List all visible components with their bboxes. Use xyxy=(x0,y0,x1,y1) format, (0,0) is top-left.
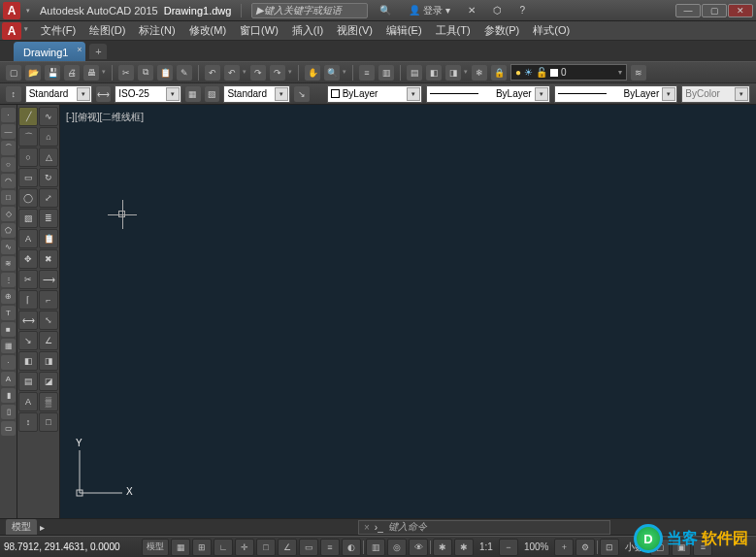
layer-iso-icon[interactable]: ◧ xyxy=(426,65,442,81)
props-tool-icon[interactable]: ▒ xyxy=(39,392,58,411)
zoom-flyout-icon[interactable]: 🔍 xyxy=(324,65,340,81)
fillet-tool-icon[interactable]: ⌈ xyxy=(18,290,38,310)
textstyle-combo[interactable]: Standard▾ xyxy=(223,85,290,103)
anno2-icon[interactable]: ✱ xyxy=(454,539,474,556)
strip-tool-10[interactable]: ≋ xyxy=(1,256,16,271)
menu-draw[interactable]: 绘图(D) xyxy=(83,21,131,40)
save-icon[interactable]: 💾 xyxy=(45,65,60,81)
strip-tool-20[interactable]: ▭ xyxy=(1,421,16,436)
layer-prop-icon[interactable]: ≡ xyxy=(359,65,375,81)
model-space-toggle[interactable]: 模型 xyxy=(142,539,169,556)
minimize-button[interactable]: — xyxy=(675,4,701,17)
cut-icon[interactable]: ✂ xyxy=(118,65,134,81)
layer-tool-icon[interactable]: ▤ xyxy=(18,372,38,391)
lwt-toggle-icon[interactable]: ≡ xyxy=(320,539,340,556)
zoom-up-icon[interactable]: + xyxy=(554,539,574,556)
cell-icon[interactable]: ▧ xyxy=(205,86,220,102)
strip-tool-3[interactable]: ⌒ xyxy=(1,141,16,155)
document-tab-active[interactable]: Drawing1 × xyxy=(14,42,85,61)
strip-tool-14[interactable]: ■ xyxy=(1,322,16,337)
strip-tool-18[interactable]: ▮ xyxy=(1,388,16,403)
workspace-switch-icon[interactable]: ⚙ xyxy=(575,539,595,556)
units-readout[interactable]: 小数 xyxy=(621,541,648,554)
block-tool-icon[interactable]: ◧ xyxy=(18,351,38,371)
print-flyout-icon[interactable]: 🖶 xyxy=(83,65,99,81)
undo-flyout-icon[interactable]: ↶ xyxy=(224,65,240,81)
osnap-toggle-icon[interactable]: □ xyxy=(256,539,276,556)
strip-tool-13[interactable]: T xyxy=(1,306,16,320)
dim-radius-icon[interactable]: ↘ xyxy=(18,331,38,350)
anno-icon[interactable]: ✱ xyxy=(433,539,452,556)
help-icon[interactable]: ? xyxy=(513,3,531,18)
command-line-input[interactable]: × ›_ 键入命令 xyxy=(358,520,610,535)
pan-icon[interactable]: ✋ xyxy=(305,65,320,81)
chamfer-tool-icon[interactable]: ⌐ xyxy=(39,290,58,310)
app-logo-icon[interactable]: A xyxy=(3,2,20,19)
strip-tool-9[interactable]: ∿ xyxy=(1,240,16,254)
move-tool-icon[interactable]: ✥ xyxy=(18,249,38,269)
close-tab-icon[interactable]: × xyxy=(77,45,82,54)
polyline-tool-icon[interactable]: ∿ xyxy=(39,107,58,126)
table-icon[interactable]: ▦ xyxy=(185,86,201,102)
strip-tool-16[interactable]: · xyxy=(1,355,16,370)
layer-match-icon[interactable]: ≋ xyxy=(631,65,646,81)
units-icon[interactable]: ⊡ xyxy=(600,539,619,556)
color-combo[interactable]: ByLayer▾ xyxy=(327,85,422,103)
dim-linear-icon[interactable]: ⟷ xyxy=(18,311,38,330)
strip-tool-1[interactable]: · xyxy=(1,108,16,122)
layer-lock-icon[interactable]: 🔒 xyxy=(491,65,507,81)
strip-tool-5[interactable]: ◠ xyxy=(1,174,16,188)
tray-icon[interactable]: ▢ xyxy=(650,539,670,556)
arc-tool-icon[interactable]: ⌒ xyxy=(18,127,38,147)
menu-view[interactable]: 视图(V) xyxy=(331,21,378,40)
menu-params[interactable]: 参数(P) xyxy=(478,21,526,40)
dim-aligned-icon[interactable]: ⤡ xyxy=(39,311,58,330)
menu-window[interactable]: 窗口(W) xyxy=(234,21,284,40)
layer-freeze-icon[interactable]: ❄ xyxy=(472,65,487,81)
strip-tool-7[interactable]: ◇ xyxy=(1,207,16,221)
strip-tool-12[interactable]: ⊕ xyxy=(1,289,16,304)
strip-tool-17[interactable]: A xyxy=(1,372,16,386)
new-document-tab-button[interactable]: + xyxy=(89,44,107,59)
menu-dim[interactable]: 标注(N) xyxy=(133,21,181,40)
rotate-tool-icon[interactable]: ↻ xyxy=(39,168,58,187)
matchprop-icon[interactable]: ✎ xyxy=(177,65,192,81)
undo-icon[interactable]: ↶ xyxy=(205,65,220,81)
array-tool-icon[interactable]: ≣ xyxy=(39,209,58,228)
menu-insert[interactable]: 插入(I) xyxy=(286,21,329,40)
menu-file[interactable]: 文件(F) xyxy=(35,21,82,40)
login-button[interactable]: 👤 登录 ▾ xyxy=(403,3,456,18)
insert-tool-icon[interactable]: ◨ xyxy=(39,351,58,371)
dim-angle-icon[interactable]: ∠ xyxy=(39,331,58,350)
viewport-control-label[interactable]: [-][俯视][二维线框] xyxy=(66,111,144,124)
dimstyle-icon[interactable]: ↕ xyxy=(6,86,21,102)
print-icon[interactable]: 🖨 xyxy=(64,65,80,81)
qp-toggle-icon[interactable]: ▥ xyxy=(366,539,385,556)
layout-tab-model[interactable]: 模型 xyxy=(6,519,37,535)
copy-icon[interactable]: ⧉ xyxy=(138,65,153,81)
measure-tool-icon[interactable]: ↕ xyxy=(18,412,38,432)
scale-readout[interactable]: 1:1 xyxy=(476,541,497,552)
erase-tool-icon[interactable]: ✖ xyxy=(39,249,58,269)
otrack-toggle-icon[interactable]: ∠ xyxy=(278,539,297,556)
menu-modify[interactable]: 修改(M) xyxy=(183,21,233,40)
home-tool-icon[interactable]: ⌂ xyxy=(39,127,58,147)
mirror-tool-icon[interactable]: △ xyxy=(39,147,58,167)
plotstyle-combo[interactable]: ByColor▾ xyxy=(681,85,750,103)
snap-toggle-icon[interactable]: ⊞ xyxy=(192,539,212,556)
close-button[interactable]: ✕ xyxy=(728,4,753,17)
linetype-combo[interactable]: ByLayer▾ xyxy=(426,85,550,103)
layer-tool-icon[interactable]: ▥ xyxy=(378,65,394,81)
new-icon[interactable]: ▢ xyxy=(6,65,21,81)
layer-misc-icon[interactable]: ◨ xyxy=(445,65,461,81)
autodesk360-icon[interactable]: ⬡ xyxy=(487,3,508,18)
app-menu-button[interactable]: A xyxy=(2,22,21,40)
ellipse-tool-icon[interactable]: ◯ xyxy=(18,188,38,208)
layout-tab-toggle-icon[interactable]: ▸ xyxy=(40,522,45,533)
paste-tool-icon[interactable]: 📋 xyxy=(39,229,58,248)
menu-edit[interactable]: 编辑(E) xyxy=(380,21,428,40)
dim-icon[interactable]: ⟷ xyxy=(96,86,112,102)
maximize-button[interactable]: ▢ xyxy=(702,4,727,17)
strip-tool-8[interactable]: ⬠ xyxy=(1,223,16,238)
dimstyle-combo[interactable]: ISO-25▾ xyxy=(115,85,181,103)
